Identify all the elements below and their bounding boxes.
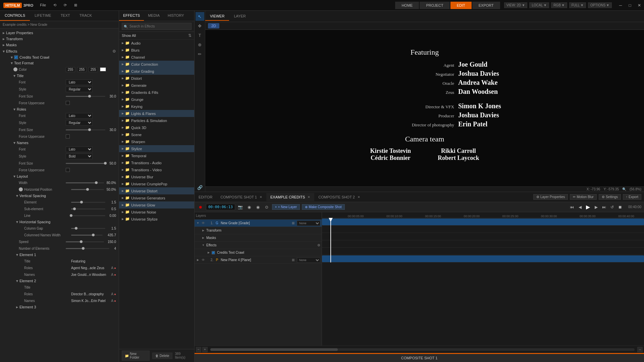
tl-tool-2[interactable]: ◉ <box>255 204 261 210</box>
layer2-blend-select[interactable]: None <box>297 257 320 263</box>
category-stylize[interactable]: ▶ 📁 Stylize <box>119 145 194 152</box>
category-grunge[interactable]: ▶ 📁 Grunge <box>119 96 194 103</box>
options-option[interactable]: OPTIONS ▼ <box>588 2 612 8</box>
el2-names-edit-icon[interactable]: A <box>111 299 113 303</box>
color-r-value[interactable]: 255 <box>66 67 75 72</box>
menu-undo[interactable]: ⟲ <box>50 2 60 9</box>
roles-font-select[interactable]: Lato <box>66 113 93 119</box>
category-scene[interactable]: ▶ 📁 Scene <box>119 131 194 138</box>
title-font-select[interactable]: Lato <box>66 79 93 85</box>
grade-clip[interactable] <box>322 219 644 225</box>
credits-crawl-checkbox[interactable]: ✓ <box>14 55 18 59</box>
l1-masks-expand[interactable]: ▶ <box>201 236 205 240</box>
ffwd-button[interactable]: ⏭ <box>601 204 607 210</box>
composite-shot-tab[interactable]: COMPOSITE SHOT 1 <box>195 353 644 362</box>
tl-tool-3[interactable]: ⊙ <box>263 204 270 210</box>
layer1-masks-row[interactable]: ▶ Masks <box>195 234 322 242</box>
effects-search-input[interactable] <box>122 23 192 30</box>
maximize-button[interactable]: □ <box>625 0 635 11</box>
tl-timecode[interactable]: 00:00:06:13 <box>206 204 235 210</box>
transform-header[interactable]: ▶ Transform <box>0 36 119 42</box>
text-format-header[interactable]: ▶ Text Format <box>0 60 119 66</box>
category-sharpen[interactable]: ▶ 📁 Sharpen <box>119 138 194 145</box>
speed-slider[interactable] <box>66 241 104 242</box>
layer1-expand[interactable]: ▼ <box>196 221 200 225</box>
layer1-credits-crawl-row[interactable]: ▶ ✓ Credits Text Crawl <box>195 249 322 256</box>
move-tool[interactable]: ✥ <box>196 21 204 30</box>
viewer-tab-viewer[interactable]: VIEWER <box>205 12 229 21</box>
link-tool[interactable]: 🔗 <box>196 183 204 192</box>
layer-properties-button[interactable]: ⚙ Layer Properties <box>533 194 568 200</box>
category-universe-glow[interactable]: ▶ 📁 Universe Glow <box>119 201 194 208</box>
example-credits-close-icon[interactable]: ✕ <box>308 195 310 199</box>
effects-tab-effects[interactable]: EFFECTS <box>119 11 144 21</box>
delete-effect-button[interactable]: 🗑 Delete <box>152 353 172 359</box>
tab-track[interactable]: TRACK <box>75 11 97 21</box>
motion-blur-button[interactable]: ✏ Motion Blur <box>570 194 597 200</box>
category-keying[interactable]: ▶ 📁 Keying <box>119 103 194 110</box>
l1-transform-expand[interactable]: ▶ <box>201 229 205 233</box>
l1-effects-expand[interactable]: ▼ <box>201 243 205 247</box>
el1-roles-edit-icon[interactable]: A <box>111 266 113 270</box>
horiz-spacing-header[interactable]: ▶ Horizontal Spacing <box>0 219 119 225</box>
nav-project[interactable]: PROJECT <box>420 2 449 9</box>
close-button[interactable]: ✕ <box>635 0 644 11</box>
el2-names-reset-icon[interactable]: ● <box>114 299 116 303</box>
title-header[interactable]: ▶ Title <box>0 73 119 79</box>
tab-text[interactable]: TEXT <box>56 11 75 21</box>
layer-row-2[interactable]: ▶ 👁 2. P New Plane 4 [Plane] ⊞ None <box>195 256 322 264</box>
subelement-slider[interactable] <box>71 208 105 209</box>
viewer-tab-layer[interactable]: LAYER <box>229 12 250 21</box>
roles-style-select[interactable]: Regular <box>66 120 93 126</box>
loop-button[interactable]: ↺ <box>609 204 615 210</box>
zoom-tool[interactable]: ⊕ <box>196 40 204 49</box>
tl-tab-composite2[interactable]: COMPOSITE SHOT 2 ✕ <box>314 193 364 201</box>
element-spacing-slider[interactable] <box>71 202 105 203</box>
category-channel[interactable]: ▶ 📁 Channel <box>119 54 194 61</box>
menu-file[interactable]: File <box>37 2 49 9</box>
timeline-scrollbar[interactable] <box>210 348 635 351</box>
title-fontsize-slider[interactable] <box>66 96 105 97</box>
new-folder-button[interactable]: 📁 New Folder <box>122 351 150 361</box>
layer1-blend-select[interactable]: None <box>297 221 320 226</box>
mode-2d-badge[interactable]: 2D <box>208 23 219 28</box>
layer-properties-header[interactable]: ▶ Layer Properties <box>0 30 119 36</box>
make-composite-button[interactable]: ⊕ Make Composite Shot <box>302 204 344 210</box>
names-style-select[interactable]: Bold <box>66 154 93 159</box>
el1-names-edit-icon[interactable]: A <box>111 273 113 277</box>
nav-home[interactable]: HOME <box>395 2 419 9</box>
view-2d-option[interactable]: VIEW: 2D ▼ <box>504 2 528 8</box>
roles-fontsize-slider[interactable] <box>66 129 105 130</box>
layout-header[interactable]: ▶ Layout <box>0 173 119 179</box>
menu-grid[interactable]: ⊞ <box>71 2 80 9</box>
layer1-effects-row[interactable]: ▼ Effects ⚙ <box>195 242 322 249</box>
play-button[interactable]: ▶ <box>585 204 591 210</box>
roles-uppercase-checkbox[interactable] <box>66 134 70 138</box>
text-tool[interactable]: T <box>196 31 204 40</box>
frame-back-button[interactable]: ◀ <box>577 204 583 210</box>
vertical-spacing-header[interactable]: ▶ Vertical Spacing <box>0 193 119 199</box>
num-elements-slider[interactable] <box>66 248 109 249</box>
layer2-vis-icon[interactable]: 👁 <box>201 258 206 262</box>
composite1-close-icon[interactable]: ✕ <box>260 195 262 199</box>
layer1-vis-icon[interactable]: 👁 <box>201 221 206 226</box>
width-slider[interactable] <box>66 182 104 183</box>
category-universe-crumplepop[interactable]: ▶ 📁 Universe CrumplePop <box>119 180 194 187</box>
el2-roles-edit-icon[interactable]: A <box>111 292 113 296</box>
tab-controls[interactable]: CONTROLS <box>0 11 30 21</box>
zoom-out-button[interactable]: − <box>196 347 201 352</box>
element2-header[interactable]: ▶ Element 2 <box>0 278 119 284</box>
category-particles[interactable]: ▶ 📁 Particles & Simulation <box>119 117 194 124</box>
pen-tool[interactable]: ✏ <box>196 50 204 58</box>
category-gradients[interactable]: ▶ 📁 Gradients & Fills <box>119 89 194 96</box>
zoom-in-button[interactable]: + <box>202 347 208 352</box>
effects-header[interactable]: ▶ Effects ⚙ <box>0 48 119 55</box>
column-gap-slider[interactable] <box>71 228 105 229</box>
category-blurs[interactable]: ▶ 📁 Blurs <box>119 47 194 54</box>
zoom-fit-button[interactable]: ↔ <box>637 347 643 352</box>
category-color-correction[interactable]: ▶ 📁 Color Correction <box>119 61 194 68</box>
roles-header[interactable]: ▶ Roles <box>0 106 119 112</box>
plane-clip[interactable] <box>322 255 644 262</box>
category-universe-blur[interactable]: ▶ 📁 Universe Blur <box>119 173 194 180</box>
el1-roles-reset-icon[interactable]: ● <box>114 266 116 270</box>
